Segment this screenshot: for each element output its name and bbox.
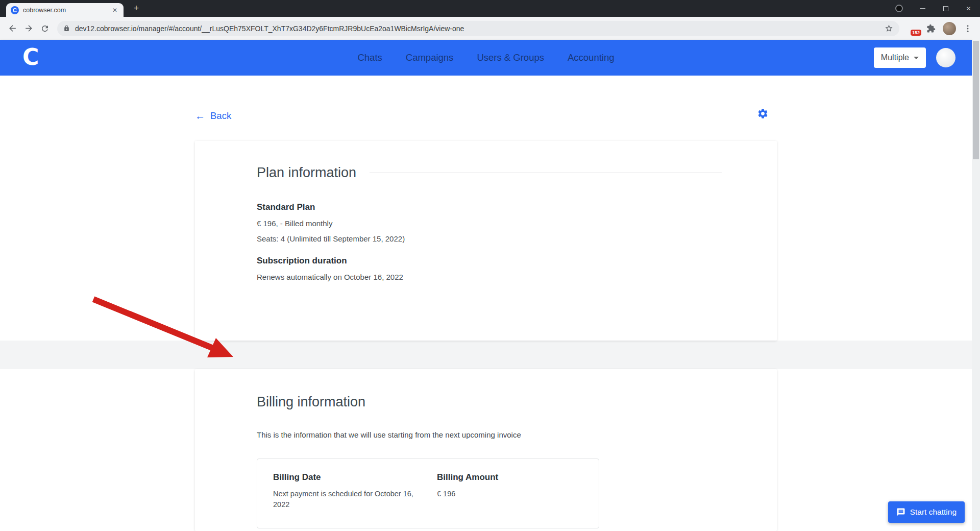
billing-summary-card: Billing Date Next payment is scheduled f… — [257, 458, 599, 528]
back-navigation-icon[interactable] — [4, 20, 20, 37]
browser-profile-avatar[interactable] — [943, 22, 956, 35]
back-arrow-icon: ← — [195, 111, 205, 120]
nav-item-campaigns[interactable]: Campaigns — [406, 52, 454, 63]
extensions-puzzle-icon[interactable] — [923, 20, 939, 37]
tab-close-icon[interactable]: ✕ — [111, 6, 119, 14]
bookmark-star-icon[interactable] — [885, 24, 893, 33]
main-navigation: Chats Campaigns Users & Groups Accountin… — [357, 52, 614, 63]
nav-item-chats[interactable]: Chats — [357, 52, 382, 63]
start-chatting-label: Start chatting — [910, 508, 957, 517]
subscription-renewal: Renews automatically on October 16, 2022 — [257, 273, 777, 281]
account-selector-dropdown[interactable]: Multiple — [874, 47, 926, 68]
extension-badge: 152 — [911, 30, 921, 36]
site-favicon: C — [11, 6, 19, 14]
forward-navigation-icon[interactable] — [20, 20, 37, 37]
chat-bubble-icon — [896, 508, 905, 517]
nav-item-users-groups[interactable]: Users & Groups — [477, 52, 544, 63]
section-gap — [0, 341, 972, 369]
browser-tab[interactable]: C cobrowser.com ✕ — [6, 3, 124, 17]
billing-section-title: Billing information — [257, 394, 365, 410]
settings-gear-icon[interactable] — [757, 108, 769, 122]
subscription-duration-label: Subscription duration — [257, 256, 777, 266]
plan-price: € 196, - Billed monthly — [257, 219, 777, 228]
nav-item-accounting[interactable]: Accounting — [568, 52, 615, 63]
url-address-bar[interactable]: dev12.cobrowser.io/manager/#/account/__r… — [57, 21, 899, 36]
back-label: Back — [210, 110, 231, 122]
back-button[interactable]: ← Back — [195, 110, 231, 122]
url-text: dev12.cobrowser.io/manager/#/account/__r… — [75, 25, 885, 33]
billing-description: This is the information that we will use… — [257, 430, 777, 439]
reload-icon[interactable] — [37, 20, 53, 37]
browser-toolbar: dev12.cobrowser.io/manager/#/account/__r… — [0, 17, 980, 40]
chevron-down-icon — [914, 57, 919, 59]
app-header: C Chats Campaigns Users & Groups Account… — [0, 40, 972, 76]
extension-icon[interactable]: 152 — [907, 22, 919, 35]
plan-seats: Seats: 4 (Unlimited till September 15, 2… — [257, 234, 777, 243]
page-scrollbar[interactable] — [972, 40, 980, 531]
start-chatting-button[interactable]: Start chatting — [888, 501, 965, 523]
app-logo[interactable]: C — [22, 44, 39, 70]
browser-titlebar: C cobrowser.com ✕ + ✕ — [0, 0, 980, 17]
window-minimize-button[interactable] — [911, 0, 934, 17]
scrollbar-thumb[interactable] — [973, 41, 979, 159]
https-lock-icon — [63, 25, 70, 32]
billing-information-card: Billing information This is the informat… — [195, 369, 777, 531]
circle-badge-icon — [895, 5, 903, 12]
user-avatar[interactable] — [936, 48, 955, 67]
section-divider — [370, 173, 722, 173]
window-maximize-button[interactable] — [934, 0, 957, 17]
billing-date-value: Next payment is scheduled for October 16… — [273, 489, 417, 510]
billing-date-label: Billing Date — [273, 472, 437, 482]
tab-title: cobrowser.com — [23, 7, 111, 14]
billing-amount-label: Billing Amount — [437, 472, 498, 482]
plan-section-title: Plan information — [257, 165, 356, 181]
billing-amount-value: € 196 — [437, 489, 498, 499]
browser-menu-icon[interactable] — [960, 20, 976, 37]
page-content: ← Back Plan information Standard Plan € … — [0, 76, 972, 531]
account-selector-label: Multiple — [881, 53, 909, 62]
window-close-button[interactable]: ✕ — [957, 0, 980, 17]
plan-information-card: Plan information Standard Plan € 196, - … — [195, 141, 777, 341]
plan-name: Standard Plan — [257, 202, 777, 212]
new-tab-button[interactable]: + — [130, 2, 143, 15]
